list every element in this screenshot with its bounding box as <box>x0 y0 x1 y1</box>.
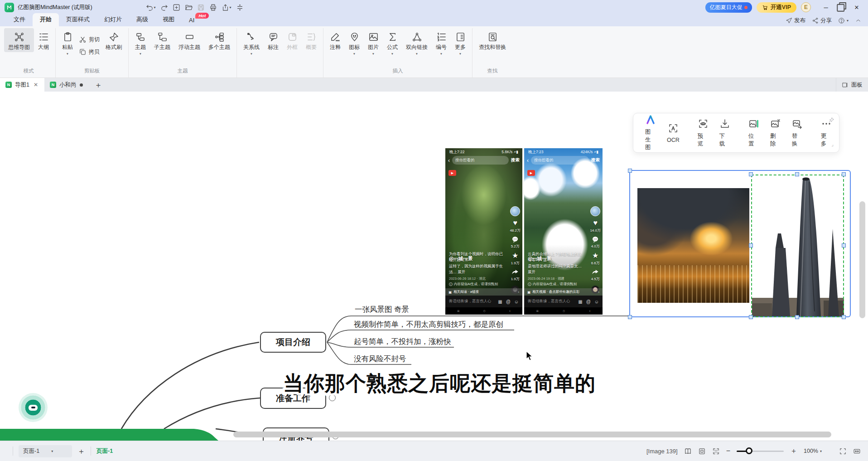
multi-topic-button[interactable]: 多个主题 <box>204 28 234 52</box>
tab-monk[interactable]: N 小和尚 <box>44 78 88 92</box>
insert-icon-button[interactable]: 图标▾ <box>345 28 364 56</box>
export-caret-icon[interactable]: ▾ <box>230 5 231 10</box>
bidirectional-link-button[interactable]: 双向链接▾ <box>402 28 432 56</box>
selected-image-group[interactable] <box>629 170 851 317</box>
phone-screenshot-cloud[interactable]: 晚上7:23424K/s 🗲▮ ‹搜你想看的搜索 ▶ ♥14.0万 4.0万 ★… <box>524 148 603 315</box>
minimize-button[interactable]: ─ <box>819 2 833 13</box>
related-strip[interactable]: ▣相关阅读 · a链接› <box>445 288 522 296</box>
toolbar-resize-icon[interactable]: ⌟ <box>831 142 834 147</box>
branch-label-4[interactable]: 没有风险不封号 <box>354 354 406 364</box>
ocr-button[interactable]: OCR <box>662 123 684 143</box>
zoom-slider-knob[interactable] <box>746 447 752 454</box>
subtopic-button[interactable]: 子主题 <box>150 28 174 52</box>
menu-home[interactable]: 开始 <box>33 13 59 26</box>
copy-button[interactable]: 拷贝 <box>77 47 101 57</box>
comment-input[interactable]: 善语结善缘，恶言伤人心▦@☺ <box>445 296 522 307</box>
redo-button[interactable] <box>160 4 168 11</box>
selection-handle[interactable] <box>749 243 753 247</box>
zoom-out-button[interactable]: − <box>726 447 730 455</box>
comment-input[interactable]: 善语结善缘，恶言伤人心▦@☺ <box>524 296 603 307</box>
zoom-level[interactable]: 100%▾ <box>804 448 822 454</box>
action-rail[interactable]: ♥14.0万 4.0万 ★6.6万 4.5万 <box>590 206 601 294</box>
search-input[interactable]: 搜你想看的 <box>452 156 509 165</box>
search-button[interactable]: 搜索 <box>511 157 520 163</box>
related-strip[interactable]: ▣相关视频 · 盘点那些有趣的云彩› <box>524 288 603 296</box>
fit-width-icon[interactable] <box>853 447 861 455</box>
back-icon[interactable]: ‹ <box>527 157 529 164</box>
horizontal-scrollbar[interactable] <box>233 432 831 437</box>
favorite-icon[interactable]: ★ <box>592 252 598 260</box>
img2img-button[interactable]: 图生图 <box>641 114 661 151</box>
format-painter-button[interactable]: 格式刷 <box>101 28 126 52</box>
android-navbar[interactable]: ≡○‹ <box>445 307 522 315</box>
new-file-button[interactable] <box>173 4 180 11</box>
promo-badge[interactable]: 亿图夏日大促 <box>705 2 752 13</box>
close-button[interactable]: ✕ <box>850 2 863 13</box>
menu-file[interactable]: 文件 <box>6 13 33 26</box>
formula-button[interactable]: 公式▾ <box>383 28 402 56</box>
like-icon[interactable]: ♥ <box>513 219 517 227</box>
help-button[interactable]: ▾ <box>838 17 849 24</box>
insert-image-button[interactable]: 图片▾ <box>364 28 383 56</box>
group-handle[interactable] <box>628 169 632 173</box>
selection-handle[interactable] <box>842 315 846 319</box>
action-rail[interactable]: ♥48.2万 5.2万 ★1.9万 1.9万 <box>510 206 521 294</box>
selection-handle[interactable] <box>795 315 799 319</box>
publish-button[interactable]: 发布 <box>786 17 805 24</box>
user-avatar[interactable]: E <box>801 2 811 12</box>
uploader-avatar[interactable] <box>590 206 600 216</box>
save-button[interactable] <box>197 4 205 11</box>
search-input[interactable]: 搜你想看的 <box>531 156 589 165</box>
branch-label-3[interactable]: 起号简单，不投抖加，涨粉快 <box>354 337 451 347</box>
menu-slides[interactable]: 幻灯片 <box>97 13 129 26</box>
ai-assistant-button[interactable] <box>19 393 48 422</box>
group-handle[interactable] <box>628 315 632 319</box>
cut-button[interactable]: 剪切 <box>77 35 101 44</box>
like-icon[interactable]: ♥ <box>593 219 598 227</box>
selection-handle[interactable] <box>842 243 846 247</box>
export-button[interactable]: ▾ <box>222 4 231 11</box>
sunset-arch-image[interactable] <box>637 188 749 303</box>
outline-mode-button[interactable]: 大纲 <box>34 28 53 52</box>
menu-ai[interactable]: AIHot <box>182 15 202 26</box>
zoom-in-button[interactable]: ＋ <box>790 446 797 456</box>
branch-label-1[interactable]: 一张风景图 奇景 <box>355 305 409 315</box>
preview-button[interactable]: 预览 <box>693 118 713 148</box>
selection-handle[interactable] <box>842 172 846 176</box>
download-button[interactable]: 下载 <box>715 118 735 148</box>
mindmap-canvas[interactable]: 一张风景图 奇景 视频制作简单，不用太高剪辑技巧，都是原创 起号简单，不投抖加，… <box>0 92 868 441</box>
callout-button[interactable]: 标注 <box>264 28 283 52</box>
vertical-scrollbar[interactable] <box>859 201 865 318</box>
numbering-button[interactable]: 编号▾ <box>432 28 451 56</box>
page-tab-active[interactable]: 页面-1 <box>96 447 113 455</box>
fullscreen-icon[interactable] <box>839 447 847 455</box>
mindmap-mode-button[interactable]: 思维导图 <box>4 28 34 52</box>
branch-label-2[interactable]: 视频制作简单，不用太高剪辑技巧，都是原创 <box>354 320 503 330</box>
zoom-slider[interactable] <box>737 451 784 452</box>
comment-icon[interactable] <box>511 236 519 243</box>
share-icon[interactable] <box>592 268 599 276</box>
tab-map1[interactable]: N 导图1 ✕ <box>0 78 44 92</box>
collapse-ribbon-button[interactable] <box>855 17 862 24</box>
phone-screenshot-statue[interactable]: 晚上7:225.8K/s 🗲▮ ‹搜你想看的搜索 ▶ ♥48.2万 5.2万 ★… <box>445 148 522 315</box>
favorite-icon[interactable]: ★ <box>512 252 518 260</box>
undo-caret-icon[interactable]: ▾ <box>154 5 156 10</box>
customize-quick-access-icon[interactable] <box>236 4 244 11</box>
paste-button[interactable]: 粘贴▾ <box>58 28 77 56</box>
relation-line-button[interactable]: 关系线▾ <box>239 28 264 56</box>
panel-toggle[interactable]: 面板 <box>836 78 868 92</box>
maximize-button[interactable] <box>834 2 848 13</box>
selection-handle[interactable] <box>749 315 753 319</box>
vip-button[interactable]: 开通VIP <box>757 2 796 13</box>
floating-topic-button[interactable]: 浮动主题 <box>174 28 204 52</box>
android-navbar[interactable]: ≡○‹ <box>524 307 603 315</box>
fit-frame-icon[interactable] <box>698 447 706 455</box>
open-file-button[interactable] <box>185 4 193 11</box>
menu-advanced[interactable]: 高级 <box>129 13 155 26</box>
back-icon[interactable]: ‹ <box>448 157 450 164</box>
menu-page-style[interactable]: 页面样式 <box>59 13 97 26</box>
share-button[interactable]: 分享 <box>812 17 832 24</box>
topic-button[interactable]: 主题▾ <box>131 28 150 56</box>
undo-button[interactable]: ▾ <box>146 4 156 11</box>
page-selector[interactable]: 页面-1▾ <box>19 445 72 457</box>
